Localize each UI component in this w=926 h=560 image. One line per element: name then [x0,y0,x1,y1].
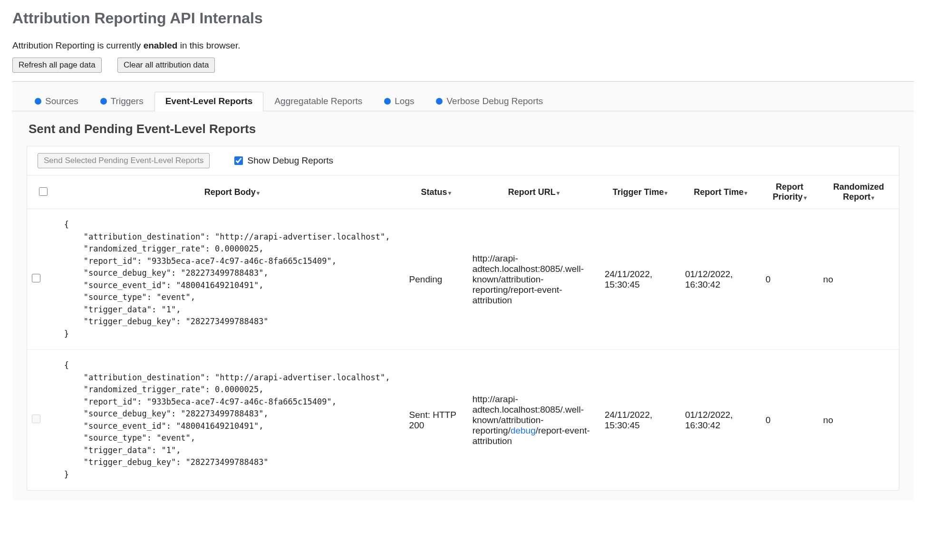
clear-button[interactable]: Clear all attribution data [117,58,215,73]
cell-url: http://arapi-adtech.localhost:8085/.well… [468,209,600,350]
tab-label: Logs [395,96,414,106]
cell-randomized: no [819,350,899,491]
show-debug-toggle[interactable]: Show Debug Reports [232,155,333,166]
sort-icon: ▾ [557,190,559,196]
cell-priority: 0 [761,350,819,491]
status-prefix: Attribution Reporting is currently [12,40,144,50]
cell-status: Sent: HTTP 200 [405,350,468,491]
status-keyword: enabled [144,40,178,50]
col-url[interactable]: Report URL▾ [468,175,600,209]
col-randomized[interactable]: Randomized Report▾ [819,175,899,209]
col-url-label: Report URL [508,187,556,197]
dot-icon [35,98,41,105]
tab-aggregatable-reports[interactable]: Aggregatable Reports [263,92,373,111]
cell-trigger-time: 24/11/2022, 15:30:45 [600,350,680,491]
tab-verbose-debug-reports[interactable]: Verbose Debug Reports [425,92,554,111]
col-report-time-label: Report Time [694,187,744,197]
cell-trigger-time: 24/11/2022, 15:30:45 [600,209,680,350]
sort-icon: ▾ [804,194,807,201]
col-report-time[interactable]: Report Time▾ [680,175,761,209]
tab-label: Sources [45,96,78,106]
show-debug-label: Show Debug Reports [247,155,333,166]
row-select-checkbox [32,415,40,423]
tab-logs[interactable]: Logs [373,92,425,111]
col-trigger-time[interactable]: Trigger Time▾ [600,175,680,209]
col-status[interactable]: Status▾ [405,175,468,209]
reports-table: Report Body▾ Status▾ Report URL▾ Trigger… [27,175,899,490]
dot-icon [436,98,443,105]
select-all-checkbox[interactable] [39,187,48,196]
tab-label: Verbose Debug Reports [446,96,543,106]
dot-icon [384,98,391,105]
main-panel: SourcesTriggersEvent-Level ReportsAggreg… [12,82,914,500]
sort-icon: ▾ [871,194,874,201]
col-body[interactable]: Report Body▾ [59,175,405,209]
col-priority-label: Report Priority [773,182,804,202]
row-select-checkbox[interactable] [32,274,40,282]
sort-icon: ▾ [257,190,260,196]
cell-priority: 0 [761,209,819,350]
report-body: { "attribution_destination": "http://ara… [64,359,400,481]
dot-icon [100,98,107,105]
tab-triggers[interactable]: Triggers [89,92,154,111]
table-row: { "attribution_destination": "http://ara… [27,209,899,350]
tab-label: Event-Level Reports [165,96,253,106]
refresh-button[interactable]: Refresh all page data [12,58,102,73]
reports-card: Send Selected Pending Event-Level Report… [27,146,899,491]
status-line: Attribution Reporting is currently enabl… [12,40,914,51]
table-row: { "attribution_destination": "http://ara… [27,350,899,491]
tab-sources[interactable]: Sources [24,92,89,111]
sort-icon: ▾ [665,190,667,196]
tab-event-level-reports[interactable]: Event-Level Reports [154,92,264,111]
show-debug-checkbox[interactable] [234,156,243,165]
status-suffix: in this browser. [177,40,240,50]
report-body: { "attribution_destination": "http://ara… [64,219,400,340]
col-status-label: Status [421,187,447,197]
cell-report-time: 01/12/2022, 16:30:42 [680,350,761,491]
cell-status: Pending [405,209,468,350]
col-randomized-label: Randomized Report [833,182,884,202]
cell-url: http://arapi-adtech.localhost:8085/.well… [468,350,600,491]
send-selected-button[interactable]: Send Selected Pending Event-Level Report… [38,153,210,168]
tab-label: Aggregatable Reports [274,96,362,106]
url-debug-segment: debug [511,425,536,435]
col-trigger-time-label: Trigger Time [613,187,664,197]
reports-toolbar: Send Selected Pending Event-Level Report… [27,146,899,175]
page-title: Attribution Reporting API Internals [12,10,914,27]
cell-report-time: 01/12/2022, 16:30:42 [680,209,761,350]
sort-icon: ▾ [448,190,451,196]
sort-icon: ▾ [744,190,747,196]
section-title: Sent and Pending Event-Level Reports [29,122,914,136]
tabs: SourcesTriggersEvent-Level ReportsAggreg… [12,82,914,111]
col-priority[interactable]: Report Priority▾ [761,175,819,209]
col-body-label: Report Body [204,187,256,197]
col-select [27,175,59,209]
tab-label: Triggers [111,96,144,106]
cell-randomized: no [819,209,899,350]
